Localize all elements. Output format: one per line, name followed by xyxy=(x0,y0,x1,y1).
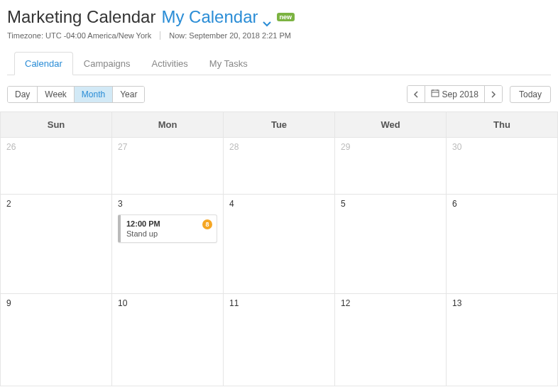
day-number: 30 xyxy=(452,142,552,152)
calendar-cell[interactable]: 29 xyxy=(335,138,447,195)
period-label: Sep 2018 xyxy=(442,89,478,99)
day-header: Mon xyxy=(112,112,224,138)
timezone-label: Timezone: UTC -04:00 America/New York xyxy=(7,31,151,40)
period-button[interactable]: Sep 2018 xyxy=(425,86,485,102)
calendar-name: My Calendar xyxy=(161,7,258,27)
day-number: 5 xyxy=(341,199,440,209)
calendar-cell[interactable]: 5 xyxy=(335,195,447,294)
day-number: 6 xyxy=(452,199,552,209)
day-number: 3 xyxy=(118,199,217,209)
chevron-right-icon xyxy=(491,91,496,98)
day-number: 12 xyxy=(341,298,440,308)
day-number: 4 xyxy=(229,199,329,209)
svg-rect-0 xyxy=(432,90,439,97)
calendar-cell[interactable]: 13 xyxy=(447,294,558,386)
calendar-icon xyxy=(431,89,439,99)
calendar-event[interactable]: 12:00 PMStand up8 xyxy=(118,214,217,243)
page-title: Marketing Calendar xyxy=(7,7,155,27)
day-number: 28 xyxy=(229,142,329,152)
prev-button[interactable] xyxy=(407,86,425,102)
day-number: 11 xyxy=(229,298,329,308)
calendar-cell[interactable]: 10 xyxy=(112,294,224,386)
calendar-cell[interactable]: 27 xyxy=(112,138,224,195)
calendar-cell[interactable]: 312:00 PMStand up8 xyxy=(112,195,224,294)
divider xyxy=(160,31,160,40)
calendar-cell[interactable]: 28 xyxy=(224,138,335,195)
calendar-cell[interactable]: 11 xyxy=(224,294,335,386)
view-day-button[interactable]: Day xyxy=(8,87,38,102)
new-badge: new xyxy=(277,13,295,22)
calendar-cell[interactable]: 4 xyxy=(224,195,335,294)
view-week-button[interactable]: Week xyxy=(38,87,74,102)
tab-activities[interactable]: Activities xyxy=(141,52,199,75)
day-number: 26 xyxy=(6,142,106,152)
day-number: 27 xyxy=(118,142,217,152)
day-number: 10 xyxy=(118,298,217,308)
event-count-badge: 8 xyxy=(202,219,212,229)
day-header: Tue xyxy=(224,112,335,138)
calendar-cell[interactable]: 26 xyxy=(1,138,112,195)
calendar-cell[interactable]: 2 xyxy=(1,195,112,294)
view-year-button[interactable]: Year xyxy=(113,87,144,102)
calendar-cell[interactable]: 12 xyxy=(335,294,447,386)
calendar-cell[interactable]: 6 xyxy=(447,195,558,294)
period-nav: Sep 2018 xyxy=(407,85,503,103)
day-number: 2 xyxy=(6,199,106,209)
event-time: 12:00 PM xyxy=(126,219,211,228)
day-header: Wed xyxy=(335,112,447,138)
view-toggle: DayWeekMonthYear xyxy=(7,86,145,103)
day-header: Thu xyxy=(447,112,558,138)
view-month-button[interactable]: Month xyxy=(75,87,113,102)
day-number: 9 xyxy=(6,298,106,308)
today-button[interactable]: Today xyxy=(510,86,551,103)
tab-calendar[interactable]: Calendar xyxy=(14,52,73,75)
chevron-left-icon xyxy=(413,91,419,98)
tab-campaigns[interactable]: Campaigns xyxy=(73,52,141,75)
calendar-cell[interactable]: 30 xyxy=(447,138,558,195)
event-title: Stand up xyxy=(126,229,211,238)
calendar-cell[interactable]: 9 xyxy=(1,294,112,386)
calendar-selector[interactable]: My Calendar xyxy=(161,7,270,27)
calendar-grid: SunMonTueWedThu 26272829302312:00 PMStan… xyxy=(0,111,558,386)
now-label: Now: September 20, 2018 2:21 PM xyxy=(169,31,291,40)
day-header: Sun xyxy=(1,112,112,138)
tab-my-tasks[interactable]: My Tasks xyxy=(199,52,258,75)
tab-bar: CalendarCampaignsActivitiesMy Tasks xyxy=(7,51,551,75)
chevron-down-icon xyxy=(263,13,271,21)
day-number: 29 xyxy=(341,142,440,152)
next-button[interactable] xyxy=(485,86,502,102)
day-number: 13 xyxy=(452,298,552,308)
